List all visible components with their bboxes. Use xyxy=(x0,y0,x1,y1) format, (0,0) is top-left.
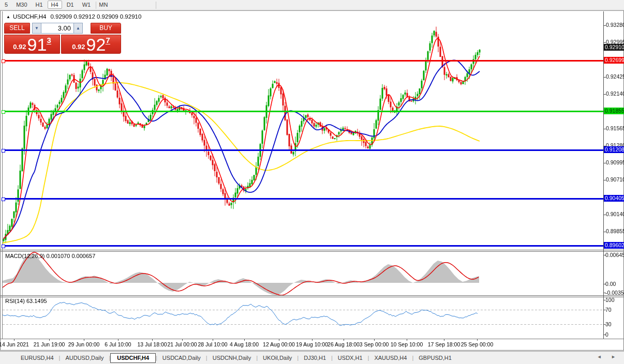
time-axis-label: 10 Sep 10:00 xyxy=(391,341,423,347)
chart-tab-usdcnh-daily[interactable]: USDCNH,Daily xyxy=(207,353,257,363)
chart-tab-usdcad-daily[interactable]: USDCAD,Daily xyxy=(157,353,206,363)
chart-symbol-label: USDCHF,H4 xyxy=(13,13,47,20)
chart-tab-xauusd-h4[interactable]: XAUUSD,H4 xyxy=(369,353,412,363)
level-line-handle[interactable] xyxy=(2,110,5,114)
chart-tab-usdchf-h4[interactable]: USDCHF,H4 xyxy=(110,353,156,363)
price-level-badge: 0.90405 xyxy=(604,195,624,202)
buy-price-button[interactable]: 0.92 92 7 xyxy=(61,35,121,54)
tab-scroll-arrows[interactable]: ◄ ► xyxy=(597,354,620,359)
level-line-handle[interactable] xyxy=(2,198,5,201)
price-level-badge: 0.92910 xyxy=(604,44,624,51)
collapse-arrow-icon[interactable]: ▲ xyxy=(6,14,10,19)
time-axis-label: 19 Aug 10:00 xyxy=(296,341,328,347)
chart-title: ▲USDCHF,H40.92909 0.92912 0.92909 0.9291… xyxy=(6,13,141,20)
time-axis-label: 12 Aug 00:00 xyxy=(263,341,295,347)
level-line-handle[interactable] xyxy=(2,59,5,63)
chart-tab-bar: EURUSD,H4|AUDUSD,Daily|USDCHF,H4|USDCAD,… xyxy=(0,351,624,364)
buy-price-prefix: 0.92 xyxy=(72,43,85,51)
price-axis-tick-label: 0.90140 xyxy=(606,211,624,218)
level-line-handle[interactable] xyxy=(2,149,5,153)
time-axis-label: 26 Aug 18:00 xyxy=(328,341,360,347)
time-axis-label: 6 Jul 10:00 xyxy=(105,341,131,347)
volume-decrease-button[interactable]: ▼ xyxy=(32,23,41,34)
horizontal-level-line[interactable] xyxy=(3,198,603,200)
time-axis-label: 21 Jun 19:00 xyxy=(34,341,65,347)
sell-price-button[interactable]: 0.92 91 3 xyxy=(4,35,60,54)
volume-input[interactable]: 3.00 xyxy=(41,23,73,34)
chart-ohlc-values: 0.92909 0.92912 0.92909 0.92910 xyxy=(50,13,141,20)
price-axis-tick-label: 0.92425 xyxy=(606,73,624,80)
rsi-label: RSI(14) 63.1495 xyxy=(5,298,47,304)
time-axis-label: 25 Sep 00:00 xyxy=(461,341,493,347)
horizontal-level-line[interactable] xyxy=(3,111,603,112)
price-axis-tick-label: 0.93280 xyxy=(606,22,624,28)
level-line-handle[interactable] xyxy=(2,245,5,248)
time-axis-label: 17 Sep 18:00 xyxy=(428,341,460,347)
time-axis-label: 13 Jul 18:00 xyxy=(137,341,167,347)
price-axis-tick-label: 0.92140 xyxy=(606,90,624,97)
chart-tab-eurusd-h4[interactable]: EURUSD,H4 xyxy=(16,353,59,363)
time-axis-label: 21 Jul 00:00 xyxy=(167,341,197,347)
sell-price-pips: 91 xyxy=(27,36,47,53)
rsi-axis-label: 30 xyxy=(605,321,612,328)
price-axis-tick-label: 0.89855 xyxy=(606,228,624,235)
chart-tab-ukoil-daily[interactable]: UKOil,Daily xyxy=(258,353,297,363)
time-axis-label: 3 Sep 00:00 xyxy=(360,341,389,347)
time-axis-label: 28 Jul 10:00 xyxy=(198,341,227,347)
buy-price-point: 7 xyxy=(106,36,110,44)
price-level-badge: 0.92699 xyxy=(604,57,624,64)
sell-price-point: 3 xyxy=(47,36,51,44)
chart-canvas[interactable] xyxy=(0,0,624,364)
chart-tab-usdx-h1[interactable]: USDX,H1 xyxy=(333,353,368,363)
chart-tab-audusd-daily[interactable]: AUDUSD,Daily xyxy=(60,353,109,363)
time-axis-label: 4 Aug 18:00 xyxy=(230,341,259,347)
price-axis-tick-label: 0.90995 xyxy=(606,159,624,166)
macd-axis-label: 0.006451 xyxy=(605,252,624,259)
sell-button[interactable]: SELL xyxy=(4,23,30,34)
volume-increase-button[interactable]: ▲ xyxy=(73,23,83,34)
sell-price-prefix: 0.92 xyxy=(13,43,26,51)
chart-tab-gbpusd-h1[interactable]: GBPUSD,H1 xyxy=(413,353,457,363)
macd-axis-label: 0.00 xyxy=(605,281,616,287)
macd-label: MACD(12,26,9) 0.001070 0.000657 xyxy=(5,253,95,259)
price-level-badge: 0.91208 xyxy=(604,146,624,153)
one-click-trading-panel: SELL ▼ 3.00 ▲ BUY 0.92 91 3 0.92 92 7 xyxy=(4,22,121,53)
horizontal-level-line[interactable] xyxy=(3,245,603,247)
horizontal-level-line[interactable] xyxy=(3,149,603,151)
rsi-axis-label: 100 xyxy=(605,297,615,304)
rsi-axis-label: 0 xyxy=(605,331,608,338)
time-axis-label: 14 Jun 2021 xyxy=(0,341,29,347)
rsi-axis-label: 70 xyxy=(605,307,612,313)
price-axis-tick-label: 0.91565 xyxy=(606,125,624,132)
price-level-badge: 0.91855 xyxy=(604,108,624,114)
time-axis-label: 29 Jun 00:00 xyxy=(68,341,100,347)
macd-axis-label: -0.003507 xyxy=(605,290,624,296)
horizontal-level-line[interactable] xyxy=(3,60,603,62)
price-level-badge: 0.89602 xyxy=(604,242,624,249)
price-axis-tick-label: 0.90710 xyxy=(606,176,624,183)
buy-button[interactable]: BUY xyxy=(91,23,121,34)
chart-tab-dj30-h1[interactable]: DJ30,H1 xyxy=(299,353,331,363)
trading-terminal: 5M30H1H4D1W1MN 0.932800.929950.924250.92… xyxy=(0,0,624,364)
buy-price-pips: 92 xyxy=(86,36,106,53)
